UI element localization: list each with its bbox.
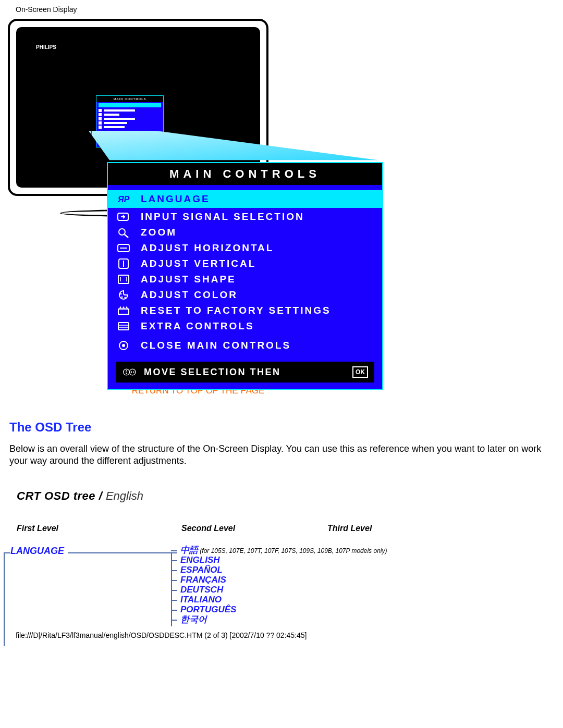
- zoom-icon: [116, 226, 131, 239]
- osd-close-label: CLOSE MAIN CONTROLS: [141, 340, 291, 351]
- svg-text:ЯР: ЯР: [117, 195, 130, 204]
- input-icon: [116, 211, 131, 223]
- osd-title: MAIN CONTROLS: [108, 163, 382, 185]
- first-level-header: First Level: [17, 524, 58, 533]
- osd-item-input[interactable]: INPUT SIGNAL SELECTION: [116, 209, 374, 225]
- section-body: Below is an overall view of the structur…: [0, 443, 563, 478]
- color-icon: [116, 289, 131, 301]
- page-header: On-Screen Display: [0, 0, 563, 14]
- osd-item-label: INPUT SIGNAL SELECTION: [141, 211, 304, 223]
- monitor-logo: PHILIPS: [36, 44, 56, 50]
- osd-item-zoom[interactable]: ZOOM: [116, 225, 374, 240]
- svg-point-13: [125, 297, 126, 299]
- svg-line-5: [125, 235, 128, 238]
- section-heading: The OSD Tree: [0, 412, 563, 443]
- tree-lang-item: ESPAÑOL: [180, 565, 223, 575]
- osd-item-label: ADJUST SHAPE: [141, 274, 236, 285]
- vert-icon: [116, 257, 131, 270]
- osd-item-reset[interactable]: RESET TO FACTORY SETTINGS: [116, 303, 374, 318]
- osd-item-shape[interactable]: ADJUST SHAPE: [116, 272, 374, 287]
- svg-point-4: [119, 229, 125, 235]
- reset-icon: [116, 304, 131, 317]
- tree-lang-item: ITALIANO: [180, 595, 222, 604]
- move-up-down-icon: [122, 366, 138, 378]
- osd-item-vert[interactable]: ADJUST VERTICAL: [116, 256, 374, 272]
- tree-lang-item: 中語 (for 105S, 107E, 107T, 107F, 107S, 10…: [180, 546, 387, 555]
- osd-item-horiz[interactable]: ADJUST HORIZONTAL: [116, 240, 374, 256]
- tree-lang-item: ENGLISH: [180, 556, 220, 565]
- osd-item-extra[interactable]: EXTRA CONTROLS: [116, 318, 374, 334]
- osd-item-language[interactable]: ЯРLANGUAGE: [108, 190, 382, 208]
- svg-point-21: [129, 369, 136, 375]
- svg-rect-15: [118, 323, 129, 330]
- ok-button-icon: OK: [352, 366, 368, 378]
- tree-lang-item: PORTUGUÊS: [180, 605, 236, 614]
- page-footer: file:///D|/Rita/LF3/lf3manual/english/OS…: [16, 631, 307, 639]
- osd-item-label: LANGUAGE: [141, 193, 210, 205]
- tree-level-headers: First Level Second Level Third Level: [0, 503, 563, 545]
- osd-main-panel: MAIN CONTROLS ЯРLANGUAGEINPUT SIGNAL SEL…: [107, 162, 383, 390]
- svg-marker-0: [89, 131, 378, 160]
- shape-icon: [116, 273, 131, 286]
- svg-rect-14: [118, 309, 129, 314]
- osd-item-label: ADJUST VERTICAL: [141, 258, 256, 269]
- tree-lang-item: DEUTSCH: [180, 585, 223, 595]
- monitor-illustration: PHILIPS MAIN CONTROLS: [8, 14, 388, 378]
- horiz-icon: [116, 242, 131, 254]
- tree-heading: CRT OSD tree / English: [0, 478, 563, 503]
- svg-rect-10: [118, 275, 129, 283]
- svg-point-12: [121, 297, 123, 298]
- svg-point-11: [120, 293, 122, 295]
- tree-lang-item: FRANÇAIS: [180, 575, 226, 585]
- language-icon: ЯР: [116, 193, 131, 205]
- third-level-header: Third Level: [327, 524, 372, 533]
- osd-move-bar: MOVE SELECTION THEN OK: [116, 362, 374, 382]
- svg-line-1: [90, 131, 91, 180]
- osd-item-color[interactable]: ADJUST COLOR: [116, 287, 374, 303]
- osd-item-label: EXTRA CONTROLS: [141, 320, 254, 332]
- tree-lang-item: 한국어: [180, 615, 207, 624]
- svg-point-20: [124, 369, 130, 375]
- close-icon: [116, 339, 131, 352]
- osd-item-label: RESET TO FACTORY SETTINGS: [141, 305, 331, 316]
- osd-close-item[interactable]: CLOSE MAIN CONTROLS: [116, 334, 374, 353]
- osd-move-label: MOVE SELECTION THEN: [144, 367, 281, 378]
- osd-item-label: ADJUST COLOR: [141, 289, 238, 301]
- svg-point-19: [122, 344, 125, 347]
- second-level-header: Second Level: [181, 524, 235, 533]
- extra-icon: [116, 320, 131, 332]
- osd-item-label: ADJUST HORIZONTAL: [141, 242, 274, 254]
- osd-item-label: ZOOM: [141, 227, 177, 238]
- tree-first-level-language: LANGUAGE: [10, 546, 64, 557]
